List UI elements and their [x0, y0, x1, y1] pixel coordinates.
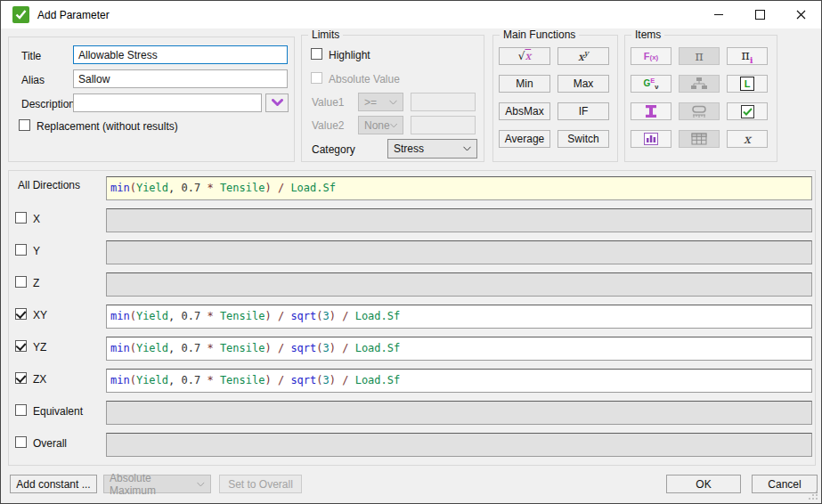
title-bar: Add Parameter — [1, 1, 821, 28]
close-button[interactable] — [780, 1, 821, 28]
direction-label-y: Y — [33, 245, 40, 257]
value2-label: Value2 — [312, 119, 344, 132]
formula-field-x — [106, 208, 812, 232]
main-functions-group-label: Main Functions — [500, 28, 579, 41]
ok-button[interactable]: OK — [666, 475, 741, 493]
direction-label-overall: Overall — [33, 437, 67, 450]
ok-label: OK — [696, 478, 711, 491]
direction-checkbox-xy[interactable] — [15, 308, 27, 320]
close-icon — [796, 10, 806, 20]
green-check-icon — [12, 6, 29, 23]
measure-icon — [679, 102, 720, 120]
set-to-overall-label: Set to Overall — [228, 478, 293, 491]
direction-label-all-directions: All Directions — [18, 179, 80, 191]
function-average-button[interactable]: Average — [499, 130, 550, 148]
bar-chart-icon[interactable] — [631, 130, 671, 148]
combine-mode-combo: Absolute Maximum — [103, 475, 211, 493]
maximize-button[interactable] — [739, 1, 780, 28]
title-label: Title — [21, 50, 41, 62]
absolute-value-checkbox — [311, 72, 322, 84]
direction-checkbox-equivalent[interactable] — [15, 404, 27, 416]
direction-label-z: Z — [33, 277, 39, 289]
pi-subscript-icon[interactable]: πi — [727, 47, 768, 65]
value2-operator-value: None — [364, 119, 390, 132]
category-label: Category — [312, 143, 355, 156]
limits-group: Limits Highlight Absolute Value Value1 >… — [301, 35, 484, 162]
description-expand-button[interactable] — [265, 93, 289, 112]
length-icon[interactable]: L — [727, 75, 768, 93]
maximize-icon — [755, 10, 765, 20]
formula-field-overall — [106, 433, 812, 457]
category-value: Stress — [394, 142, 424, 155]
title-input[interactable] — [73, 45, 288, 64]
direction-checkbox-z[interactable] — [15, 276, 27, 288]
chevron-down-icon — [389, 100, 397, 105]
direction-checkbox-yz[interactable] — [15, 340, 27, 352]
replacement-label: Replacement (without results) — [37, 120, 178, 133]
directions-group: All Directionsmin(Yield, 0.7 * Tensile) … — [8, 170, 816, 466]
direction-checkbox-x[interactable] — [15, 212, 27, 224]
formula-field-z — [106, 272, 812, 297]
function-switch-button[interactable]: Switch — [557, 130, 609, 148]
direction-label-xy: XY — [33, 309, 47, 321]
window-title: Add Parameter — [37, 9, 110, 21]
pi-icon: π — [679, 47, 720, 65]
direction-label-yz: YZ — [33, 341, 46, 354]
table-icon — [679, 130, 720, 148]
alias-label: Alias — [21, 74, 45, 86]
function-absmax-button[interactable]: AbsMax — [499, 102, 550, 120]
formula-field-equivalent — [106, 401, 812, 425]
minimize-icon — [714, 14, 723, 15]
function-if-button[interactable]: IF — [557, 102, 609, 120]
highlight-label: Highlight — [329, 49, 370, 61]
beam-section-icon[interactable] — [631, 102, 671, 120]
variable-x-icon[interactable]: x — [727, 130, 768, 148]
material-properties-icon[interactable]: GEν — [631, 75, 671, 93]
formula-field-y — [106, 240, 812, 264]
formula-field-yz[interactable]: min(Yield, 0.7 * Tensile) / sqrt(3) / Lo… — [106, 337, 812, 361]
formula-field-xy[interactable]: min(Yield, 0.7 * Tensile) / sqrt(3) / Lo… — [106, 305, 812, 329]
function-fx-icon[interactable]: F(x) — [631, 47, 671, 65]
resize-grip[interactable] — [807, 489, 818, 500]
limits-group-label: Limits — [308, 28, 343, 41]
value2-operator-combo: None — [358, 116, 403, 134]
add-constant-button[interactable]: Add constant ... — [10, 475, 97, 493]
absolute-value-label: Absolute Value — [329, 73, 400, 85]
combine-mode-value: Absolute Maximum — [110, 472, 197, 497]
chevron-down-icon — [272, 99, 283, 107]
add-parameter-dialog: Add Parameter Title Alias Description Re… — [0, 0, 822, 504]
value1-input — [411, 93, 476, 111]
direction-label-x: X — [33, 213, 40, 225]
formula-field-zx[interactable]: min(Yield, 0.7 * Tensile) / sqrt(3) / Lo… — [106, 369, 812, 393]
formula-field-all-directions[interactable]: min(Yield, 0.7 * Tensile) / Load.Sf — [106, 176, 812, 200]
value1-label: Value1 — [312, 96, 344, 109]
chevron-down-icon — [390, 123, 397, 128]
direction-checkbox-overall[interactable] — [15, 436, 27, 448]
direction-checkbox-zx[interactable] — [15, 372, 27, 384]
value1-operator-combo: >= — [358, 93, 403, 111]
highlight-checkbox[interactable] — [311, 48, 322, 60]
description-label: Description — [21, 98, 75, 110]
hierarchy-icon — [679, 75, 720, 93]
chevron-down-icon — [463, 146, 471, 151]
function-max-button[interactable]: Max — [557, 75, 609, 93]
minimize-button[interactable] — [698, 1, 739, 28]
checked-box-icon[interactable] — [727, 102, 768, 120]
description-input[interactable] — [73, 93, 262, 112]
items-group: Items F(x)ππiGEνLx — [624, 35, 777, 162]
items-grid: F(x)ππiGEνLx — [631, 47, 768, 148]
main-functions-group: Main Functions √xxyMinMaxAbsMaxIFAverage… — [492, 35, 618, 162]
function-power-button[interactable]: xy — [557, 47, 609, 65]
replacement-checkbox[interactable] — [19, 119, 30, 131]
direction-checkbox-y[interactable] — [15, 244, 27, 256]
function-sqrt-button[interactable]: √x — [499, 47, 550, 65]
direction-label-equivalent: Equivalent — [33, 405, 83, 418]
chevron-down-icon — [197, 482, 205, 487]
function-min-button[interactable]: Min — [499, 75, 550, 93]
add-constant-label: Add constant ... — [16, 478, 90, 491]
category-combo[interactable]: Stress — [387, 139, 477, 159]
value2-input — [411, 116, 476, 134]
items-group-label: Items — [631, 28, 664, 41]
alias-input[interactable] — [73, 69, 288, 88]
value1-operator-value: >= — [364, 96, 377, 109]
